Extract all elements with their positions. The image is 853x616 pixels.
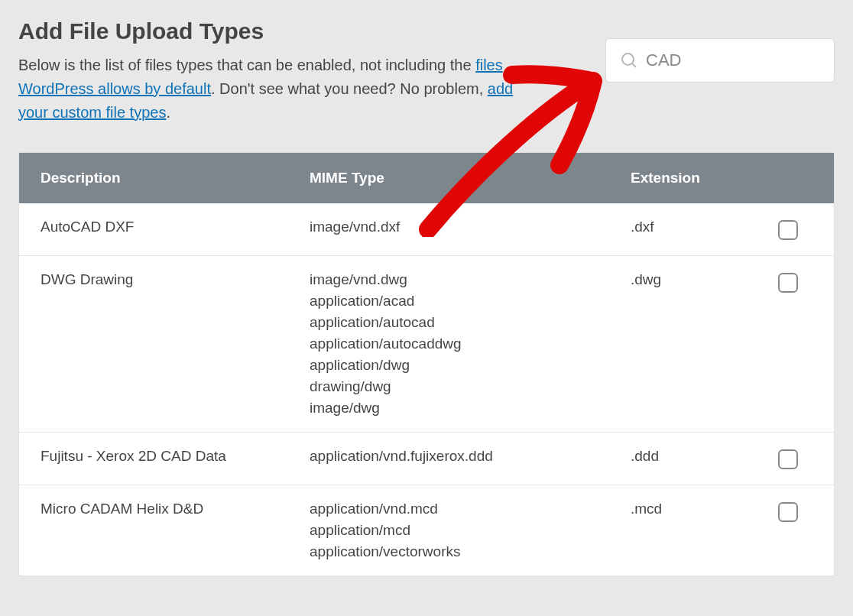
mime-value: application/autocaddwg: [310, 336, 618, 352]
cell-enable: [761, 219, 816, 240]
mime-value: application/vnd.mcd: [310, 501, 618, 517]
svg-point-0: [622, 53, 634, 65]
cell-description: Fujitsu - Xerox 2D CAD Data: [19, 448, 310, 469]
table-body: AutoCAD DXFimage/vnd.dxf.dxfDWG Drawingi…: [19, 203, 834, 575]
enable-checkbox[interactable]: [778, 502, 798, 522]
cell-enable: [761, 448, 816, 469]
enable-checkbox[interactable]: [778, 273, 798, 293]
column-enable: [761, 170, 816, 186]
page-title: Add File Upload Types: [18, 18, 546, 44]
search-field[interactable]: [605, 38, 835, 83]
column-extension: Extension: [631, 170, 761, 186]
mime-value: image/dwg: [310, 400, 618, 417]
cell-mime: image/vnd.dxf: [310, 219, 631, 240]
mime-value: application/dwg: [310, 357, 618, 374]
column-mime: MIME Type: [310, 170, 631, 186]
cell-enable: [761, 271, 816, 417]
table-header: Description MIME Type Extension: [19, 153, 834, 203]
table-row: DWG Drawingimage/vnd.dwgapplication/acad…: [19, 255, 834, 432]
file-types-table: Description MIME Type Extension AutoCAD …: [18, 152, 835, 576]
cell-description: AutoCAD DXF: [19, 219, 310, 240]
cell-extension: .ddd: [631, 448, 761, 469]
search-input[interactable]: [646, 50, 820, 70]
mime-value: drawing/dwg: [310, 378, 618, 395]
enable-checkbox[interactable]: [778, 449, 798, 469]
table-row: AutoCAD DXFimage/vnd.dxf.dxf: [19, 203, 834, 255]
cell-extension: .mcd: [631, 501, 761, 560]
mime-value: image/vnd.dxf: [310, 219, 618, 235]
intro-part: . Don't see what you need? No problem,: [211, 80, 488, 97]
cell-mime: application/vnd.fujixerox.ddd: [310, 448, 631, 469]
column-description: Description: [19, 170, 310, 186]
cell-mime: image/vnd.dwgapplication/acadapplication…: [310, 271, 631, 417]
mime-value: application/autocad: [310, 314, 618, 331]
cell-enable: [761, 501, 816, 560]
search-icon: [620, 51, 638, 70]
svg-line-1: [632, 63, 636, 67]
cell-extension: .dxf: [631, 219, 761, 240]
cell-description: DWG Drawing: [19, 271, 310, 417]
intro-part: .: [166, 104, 170, 121]
enable-checkbox[interactable]: [778, 220, 798, 240]
intro-part: Below is the list of files types that ca…: [18, 57, 475, 73]
mime-value: application/vnd.fujixerox.ddd: [310, 448, 618, 465]
table-row: Micro CADAM Helix D&Dapplication/vnd.mcd…: [19, 485, 834, 575]
mime-value: image/vnd.dwg: [310, 271, 618, 288]
cell-description: Micro CADAM Helix D&D: [19, 501, 310, 560]
table-row: Fujitsu - Xerox 2D CAD Dataapplication/v…: [19, 432, 834, 485]
mime-value: application/mcd: [310, 522, 618, 539]
mime-value: application/acad: [310, 293, 618, 310]
cell-extension: .dwg: [631, 271, 761, 417]
intro-text: Below is the list of files types that ca…: [18, 53, 546, 125]
mime-value: application/vectorworks: [310, 543, 618, 560]
cell-mime: application/vnd.mcdapplication/mcdapplic…: [310, 501, 631, 560]
